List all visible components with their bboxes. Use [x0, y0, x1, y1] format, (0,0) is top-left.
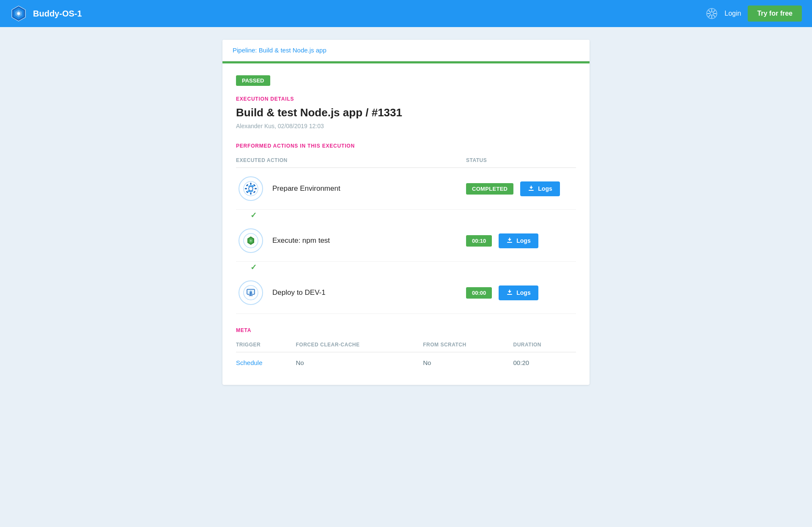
actions-table-header: EXECUTED ACTION STATUS	[236, 153, 576, 168]
passed-badge: PASSED	[236, 75, 270, 86]
action-status-prepare: COMPLETED Logs	[466, 181, 576, 196]
svg-rect-21	[246, 184, 249, 187]
time-badge-npm: 00:10	[466, 235, 492, 247]
svg-line-11	[709, 11, 710, 12]
login-button[interactable]: Login	[724, 10, 741, 17]
npm-icon	[243, 233, 258, 248]
logs-button-npm[interactable]: Logs	[499, 233, 538, 248]
action-row: Execute: npm test 00:10 Logs	[236, 220, 576, 262]
svg-marker-42	[508, 290, 511, 293]
pipeline-link[interactable]: Pipeline: Build & test Node.js app	[233, 47, 326, 54]
svg-rect-32	[507, 242, 512, 243]
action-status-npm: 00:10 Logs	[466, 233, 576, 248]
logs-download-icon-npm	[506, 237, 513, 245]
try-free-button[interactable]: Try for free	[748, 5, 802, 22]
meta-col-duration: DURATION	[513, 338, 576, 352]
logs-download-icon	[528, 185, 535, 193]
svg-point-16	[249, 187, 253, 191]
svg-rect-18	[250, 192, 252, 195]
meta-from-scratch: No	[423, 352, 513, 373]
meta-label: META	[236, 327, 576, 333]
execution-card: Pipeline: Build & test Node.js app PASSE…	[222, 40, 590, 385]
pipeline-breadcrumb: Pipeline: Build & test Node.js app	[222, 40, 590, 61]
svg-rect-17	[250, 183, 252, 185]
meta-section: META TRIGGER FORCED CLEAR-CACHE FROM SCR…	[236, 327, 576, 373]
chevron-down-icon-2: ✓	[250, 264, 257, 271]
svg-marker-26	[529, 186, 533, 189]
svg-line-12	[713, 15, 715, 16]
settings-icon[interactable]	[706, 8, 718, 19]
action-name-npm: Execute: npm test	[266, 236, 466, 245]
svg-marker-33	[508, 238, 511, 241]
action-status-deploy: 00:00 Logs	[466, 285, 576, 300]
logs-label-prepare: Logs	[538, 185, 552, 192]
meta-trigger: Schedule	[236, 352, 296, 373]
actions-section: PERFORMED ACTIONS IN THIS EXECUTION EXEC…	[236, 143, 576, 314]
chevron-down-icon: ✓	[250, 211, 257, 219]
meta-col-from-scratch: FROM SCRATCH	[423, 338, 513, 352]
main-content: Pipeline: Build & test Node.js app PASSE…	[216, 40, 596, 385]
header-left: Buddy-OS-1	[10, 5, 82, 22]
action-name-prepare: Prepare Environment	[266, 184, 466, 193]
svg-point-6	[710, 12, 713, 15]
action-icon-prepare	[236, 176, 266, 201]
deploy-icon	[243, 285, 258, 300]
meta-table: TRIGGER FORCED CLEAR-CACHE FROM SCRATCH …	[236, 338, 576, 373]
svg-rect-19	[245, 188, 247, 189]
svg-line-13	[713, 11, 715, 12]
execution-meta: Alexander Kus, 02/08/2019 12:03	[236, 123, 576, 129]
prepare-env-icon	[243, 181, 258, 196]
content-area: PASSED EXECUTION DETAILS Build & test No…	[222, 63, 590, 385]
meta-col-trigger: TRIGGER	[236, 338, 296, 352]
time-badge-deploy: 00:00	[466, 287, 492, 299]
svg-point-38	[250, 293, 251, 293]
svg-rect-20	[255, 188, 257, 189]
buddy-logo	[10, 5, 27, 22]
action-icon-npm	[236, 228, 266, 253]
svg-rect-25	[529, 190, 534, 191]
logs-button-prepare[interactable]: Logs	[520, 181, 560, 196]
execution-title: Build & test Node.js app / #1331	[236, 106, 576, 119]
logs-button-deploy[interactable]: Logs	[499, 285, 538, 300]
meta-col-clear-cache: FORCED CLEAR-CACHE	[296, 338, 423, 352]
action-row: Prepare Environment COMPLETED Logs	[236, 168, 576, 210]
header-right: Login Try for free	[706, 5, 802, 22]
logs-label-npm: Logs	[516, 237, 530, 244]
action-icon-deploy	[236, 280, 266, 305]
actions-label: PERFORMED ACTIONS IN THIS EXECUTION	[236, 143, 576, 149]
connector-1: ✓	[236, 210, 576, 220]
logs-download-icon-deploy	[506, 289, 513, 297]
col-header-status: STATUS	[466, 157, 576, 163]
app-title: Buddy-OS-1	[33, 9, 82, 19]
action-row: Deploy to DEV-1 00:00 Logs	[236, 272, 576, 314]
meta-duration: 00:20	[513, 352, 576, 373]
completed-badge: COMPLETED	[466, 183, 513, 195]
execution-details-label: EXECUTION DETAILS	[236, 96, 576, 102]
meta-row: Schedule No No 00:20	[236, 352, 576, 373]
svg-rect-41	[507, 294, 512, 295]
connector-2: ✓	[236, 262, 576, 272]
logs-label-deploy: Logs	[516, 289, 530, 296]
header: Buddy-OS-1 Login Try for free	[0, 0, 812, 27]
meta-forced-clear-cache: No	[296, 352, 423, 373]
col-header-action: EXECUTED ACTION	[236, 157, 466, 163]
svg-rect-24	[253, 191, 256, 193]
action-name-deploy: Deploy to DEV-1	[266, 288, 466, 297]
svg-line-14	[709, 15, 710, 16]
